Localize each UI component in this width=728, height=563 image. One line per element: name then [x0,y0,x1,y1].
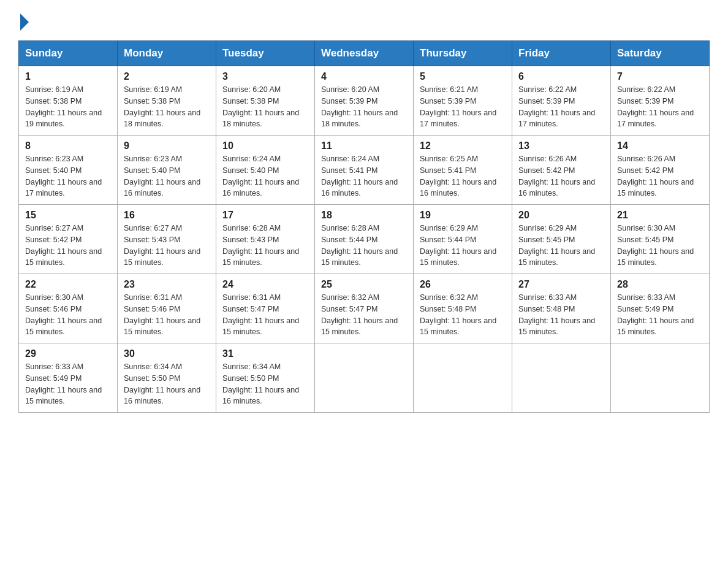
calendar-week-4: 22Sunrise: 6:30 AMSunset: 5:46 PMDayligh… [19,274,710,343]
day-info: Sunrise: 6:34 AMSunset: 5:50 PMDaylight:… [222,361,308,407]
calendar-cell: 7Sunrise: 6:22 AMSunset: 5:39 PMDaylight… [611,66,710,136]
day-info: Sunrise: 6:19 AMSunset: 5:38 PMDaylight:… [124,84,210,130]
calendar-cell: 15Sunrise: 6:27 AMSunset: 5:42 PMDayligh… [19,205,118,274]
weekday-header-monday: Monday [118,41,216,66]
day-number: 22 [25,279,111,290]
day-number: 16 [124,210,210,221]
calendar-cell: 26Sunrise: 6:32 AMSunset: 5:48 PMDayligh… [414,274,512,343]
calendar-cell: 18Sunrise: 6:28 AMSunset: 5:44 PMDayligh… [315,205,414,274]
day-info: Sunrise: 6:32 AMSunset: 5:48 PMDaylight:… [420,292,506,338]
calendar-cell: 9Sunrise: 6:23 AMSunset: 5:40 PMDaylight… [118,136,216,205]
day-number: 31 [222,348,308,359]
day-info: Sunrise: 6:22 AMSunset: 5:39 PMDaylight:… [518,84,604,130]
calendar-cell: 10Sunrise: 6:24 AMSunset: 5:40 PMDayligh… [216,136,315,205]
day-info: Sunrise: 6:20 AMSunset: 5:38 PMDaylight:… [222,84,308,130]
calendar-cell: 4Sunrise: 6:20 AMSunset: 5:39 PMDaylight… [315,66,414,136]
day-info: Sunrise: 6:20 AMSunset: 5:39 PMDaylight:… [321,84,407,130]
day-number: 29 [25,348,111,359]
calendar-cell: 27Sunrise: 6:33 AMSunset: 5:48 PMDayligh… [512,274,611,343]
day-info: Sunrise: 6:28 AMSunset: 5:43 PMDaylight:… [222,223,308,269]
day-number: 15 [25,210,111,221]
weekday-header-thursday: Thursday [414,41,512,66]
calendar-cell: 29Sunrise: 6:33 AMSunset: 5:49 PMDayligh… [19,343,118,413]
calendar-cell: 31Sunrise: 6:34 AMSunset: 5:50 PMDayligh… [216,343,315,413]
calendar-cell: 5Sunrise: 6:21 AMSunset: 5:39 PMDaylight… [414,66,512,136]
day-number: 23 [124,279,210,290]
day-number: 20 [518,210,604,221]
calendar-cell: 21Sunrise: 6:30 AMSunset: 5:45 PMDayligh… [611,205,710,274]
weekday-header-saturday: Saturday [611,41,710,66]
calendar-cell: 24Sunrise: 6:31 AMSunset: 5:47 PMDayligh… [216,274,315,343]
calendar-cell: 22Sunrise: 6:30 AMSunset: 5:46 PMDayligh… [19,274,118,343]
day-info: Sunrise: 6:23 AMSunset: 5:40 PMDaylight:… [25,153,111,199]
day-info: Sunrise: 6:25 AMSunset: 5:41 PMDaylight:… [420,153,506,199]
calendar-week-1: 1Sunrise: 6:19 AMSunset: 5:38 PMDaylight… [19,66,710,136]
day-info: Sunrise: 6:27 AMSunset: 5:43 PMDaylight:… [124,223,210,269]
calendar-cell: 23Sunrise: 6:31 AMSunset: 5:46 PMDayligh… [118,274,216,343]
day-info: Sunrise: 6:32 AMSunset: 5:47 PMDaylight:… [321,292,407,338]
day-number: 6 [518,71,604,82]
calendar-week-2: 8Sunrise: 6:23 AMSunset: 5:40 PMDaylight… [19,136,710,205]
day-number: 18 [321,210,407,221]
weekday-header-sunday: Sunday [19,41,118,66]
calendar-cell: 30Sunrise: 6:34 AMSunset: 5:50 PMDayligh… [118,343,216,413]
calendar-cell: 11Sunrise: 6:24 AMSunset: 5:41 PMDayligh… [315,136,414,205]
day-number: 25 [321,279,407,290]
day-number: 30 [124,348,210,359]
day-number: 17 [222,210,308,221]
day-info: Sunrise: 6:29 AMSunset: 5:44 PMDaylight:… [420,223,506,269]
day-number: 8 [25,140,111,151]
calendar-cell: 6Sunrise: 6:22 AMSunset: 5:39 PMDaylight… [512,66,611,136]
day-info: Sunrise: 6:26 AMSunset: 5:42 PMDaylight:… [518,153,604,199]
day-info: Sunrise: 6:28 AMSunset: 5:44 PMDaylight:… [321,223,407,269]
day-info: Sunrise: 6:27 AMSunset: 5:42 PMDaylight:… [25,223,111,269]
calendar-cell [512,343,611,413]
calendar-cell: 13Sunrise: 6:26 AMSunset: 5:42 PMDayligh… [512,136,611,205]
calendar-cell [315,343,414,413]
day-info: Sunrise: 6:34 AMSunset: 5:50 PMDaylight:… [124,361,210,407]
calendar-week-5: 29Sunrise: 6:33 AMSunset: 5:49 PMDayligh… [19,343,710,413]
day-info: Sunrise: 6:31 AMSunset: 5:46 PMDaylight:… [124,292,210,338]
day-info: Sunrise: 6:23 AMSunset: 5:40 PMDaylight:… [124,153,210,199]
day-number: 2 [124,71,210,82]
calendar-cell: 14Sunrise: 6:26 AMSunset: 5:42 PMDayligh… [611,136,710,205]
day-number: 26 [420,279,506,290]
calendar-cell: 12Sunrise: 6:25 AMSunset: 5:41 PMDayligh… [414,136,512,205]
day-number: 5 [420,71,506,82]
calendar-cell [414,343,512,413]
day-info: Sunrise: 6:30 AMSunset: 5:45 PMDaylight:… [617,223,703,269]
calendar-cell: 8Sunrise: 6:23 AMSunset: 5:40 PMDaylight… [19,136,118,205]
day-info: Sunrise: 6:33 AMSunset: 5:49 PMDaylight:… [617,292,703,338]
day-number: 4 [321,71,407,82]
day-number: 28 [617,279,703,290]
day-number: 10 [222,140,308,151]
day-info: Sunrise: 6:24 AMSunset: 5:41 PMDaylight:… [321,153,407,199]
calendar-cell: 25Sunrise: 6:32 AMSunset: 5:47 PMDayligh… [315,274,414,343]
page-header [18,12,710,29]
day-info: Sunrise: 6:19 AMSunset: 5:38 PMDaylight:… [25,84,111,130]
day-info: Sunrise: 6:22 AMSunset: 5:39 PMDaylight:… [617,84,703,130]
day-info: Sunrise: 6:30 AMSunset: 5:46 PMDaylight:… [25,292,111,338]
day-number: 14 [617,140,703,151]
day-number: 9 [124,140,210,151]
day-number: 1 [25,71,111,82]
calendar-cell: 3Sunrise: 6:20 AMSunset: 5:38 PMDaylight… [216,66,315,136]
day-info: Sunrise: 6:26 AMSunset: 5:42 PMDaylight:… [617,153,703,199]
day-number: 13 [518,140,604,151]
logo [18,12,31,29]
logo-triangle-icon [20,13,29,31]
day-info: Sunrise: 6:21 AMSunset: 5:39 PMDaylight:… [420,84,506,130]
calendar-cell: 19Sunrise: 6:29 AMSunset: 5:44 PMDayligh… [414,205,512,274]
day-info: Sunrise: 6:24 AMSunset: 5:40 PMDaylight:… [222,153,308,199]
weekday-header-wednesday: Wednesday [315,41,414,66]
day-info: Sunrise: 6:31 AMSunset: 5:47 PMDaylight:… [222,292,308,338]
day-number: 27 [518,279,604,290]
day-number: 3 [222,71,308,82]
day-info: Sunrise: 6:33 AMSunset: 5:49 PMDaylight:… [25,361,111,407]
calendar-week-3: 15Sunrise: 6:27 AMSunset: 5:42 PMDayligh… [19,205,710,274]
day-info: Sunrise: 6:33 AMSunset: 5:48 PMDaylight:… [518,292,604,338]
weekday-header-tuesday: Tuesday [216,41,315,66]
day-info: Sunrise: 6:29 AMSunset: 5:45 PMDaylight:… [518,223,604,269]
day-number: 12 [420,140,506,151]
calendar-cell: 28Sunrise: 6:33 AMSunset: 5:49 PMDayligh… [611,274,710,343]
